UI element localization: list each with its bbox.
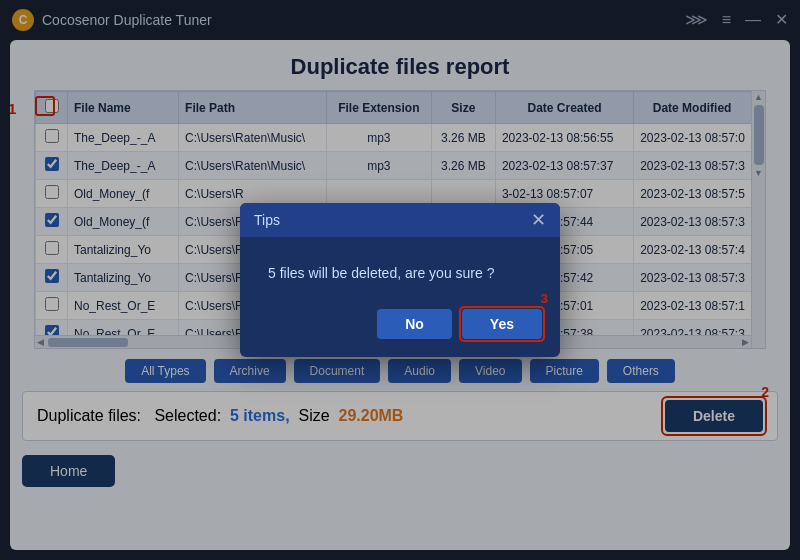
dialog-title: Tips: [254, 212, 280, 228]
dialog-header: Tips ✕: [240, 203, 560, 237]
yes-button-wrapper: 3 Yes: [462, 309, 542, 339]
dialog-footer: No 3 Yes: [240, 299, 560, 357]
dialog-no-button[interactable]: No: [377, 309, 452, 339]
annotation-3: 3: [541, 291, 548, 306]
dialog-body: 5 files will be deleted, are you sure ?: [240, 237, 560, 299]
dialog-close-button[interactable]: ✕: [531, 211, 546, 229]
tips-dialog: Tips ✕ 5 files will be deleted, are you …: [240, 203, 560, 357]
dialog-yes-button[interactable]: Yes: [462, 309, 542, 339]
modal-overlay: Tips ✕ 5 files will be deleted, are you …: [0, 0, 800, 560]
dialog-message: 5 files will be deleted, are you sure ?: [268, 265, 494, 281]
